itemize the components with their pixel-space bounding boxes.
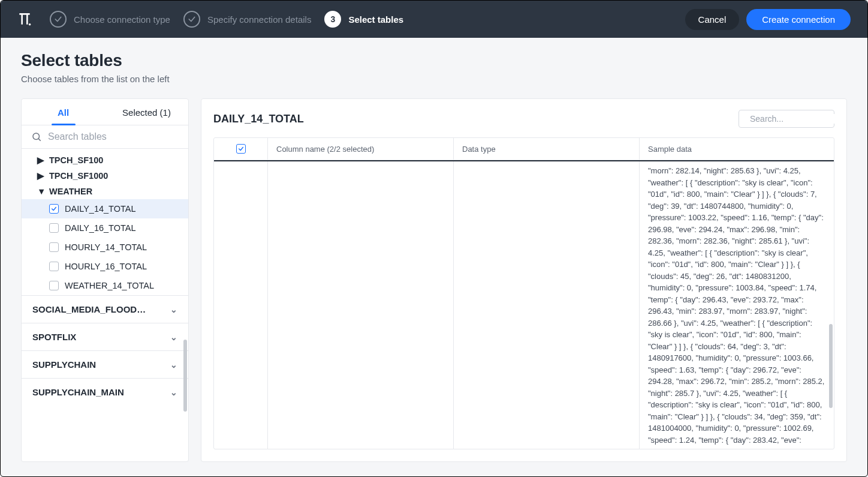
search-columns[interactable]	[739, 110, 834, 128]
step-2-label: Specify connection details	[207, 14, 311, 25]
page-heading: Select tables Choose tables from the lis…	[1, 38, 867, 90]
checkbox[interactable]	[49, 262, 59, 271]
tree-leaf-label: HOURLY_16_TOTAL	[65, 262, 147, 271]
brand-logo	[13, 7, 37, 31]
select-all-checkbox[interactable]	[236, 144, 246, 154]
page-subtitle: Choose tables from the list on the left	[21, 74, 847, 84]
chevron-down-icon: ⌄	[170, 305, 177, 314]
step-1[interactable]: Choose connection type	[50, 11, 170, 28]
svg-point-3	[29, 23, 31, 25]
row-sample: "morn": 282.14, "night": 285.63 }, "uvi"…	[648, 165, 825, 449]
tree-group-supplychain-main[interactable]: SUPPLYCHAIN_MAIN ⌄	[22, 378, 188, 406]
chevron-down-icon: ⌄	[170, 332, 177, 342]
tree-group-supplychain[interactable]: SUPPLYCHAIN ⌄	[22, 350, 188, 378]
tree-group-label-text: SOCIAL_MEDIA_FLOODGATE	[32, 304, 146, 314]
checkbox[interactable]	[49, 204, 59, 214]
tree-group-label-text: SUPPLYCHAIN	[32, 359, 96, 370]
chevron-down-icon: ⌄	[170, 360, 177, 370]
tree-leaf-label: WEATHER_14_TOTAL	[65, 281, 154, 290]
caret-right-icon: ▶	[37, 171, 43, 181]
tree-group-spotflix[interactable]: SPOTFLIX ⌄	[22, 323, 188, 350]
step-3[interactable]: 3 Select tables	[324, 11, 403, 28]
svg-line-5	[38, 139, 40, 140]
selected-table-name: DAILY_14_TOTAL	[213, 113, 304, 125]
tree-group-label-text: SUPPLYCHAIN_MAIN	[32, 387, 124, 397]
search-columns-input[interactable]	[750, 114, 847, 124]
search-icon	[31, 131, 42, 142]
checkbox[interactable]	[49, 281, 59, 290]
tree-node-label: TPCH_SF100	[49, 155, 103, 165]
step-1-label: Choose connection type	[74, 14, 170, 25]
row-col-type	[454, 161, 640, 449]
caret-right-icon: ▶	[37, 155, 43, 165]
tree-leaf-label: DAILY_16_TOTAL	[65, 223, 135, 233]
columns-panel: DAILY_14_TOTAL Column name (2/2 selected…	[201, 98, 847, 462]
tab-selected[interactable]: Selected (1)	[105, 99, 188, 125]
create-connection-button[interactable]: Create connection	[746, 9, 851, 30]
step-3-number: 3	[324, 11, 341, 28]
cancel-button[interactable]: Cancel	[685, 9, 740, 30]
tree-group-label-text: SPOTFLIX	[32, 332, 76, 342]
tree-leaf-label: HOURLY_14_TOTAL	[65, 242, 147, 252]
tree-group-social-media[interactable]: SOCIAL_MEDIA_FLOODGATE ⌄	[22, 295, 188, 323]
tables-tabs: All Selected (1)	[22, 99, 188, 125]
tree-node-tpch-sf100[interactable]: ▶ TPCH_SF100	[22, 152, 188, 168]
caret-down-icon: ▼	[37, 187, 43, 196]
tree-node-label: WEATHER	[49, 187, 92, 196]
col-sample-header: Sample data	[640, 138, 834, 160]
tree-leaf-hourly-14-total[interactable]: HOURLY_14_TOTAL	[22, 238, 188, 257]
tree-node-weather[interactable]: ▼ WEATHER	[22, 184, 188, 199]
scrollbar-thumb[interactable]	[183, 340, 187, 412]
chevron-down-icon: ⌄	[170, 388, 177, 397]
page-title: Select tables	[21, 51, 847, 70]
col-name-header: Column name (2/2 selected)	[268, 138, 454, 160]
checkbox[interactable]	[49, 223, 59, 233]
top-bar: Choose connection type Specify connectio…	[1, 1, 867, 38]
step-3-label: Select tables	[348, 14, 403, 25]
tree-leaf-daily-14-total[interactable]: DAILY_14_TOTAL	[22, 199, 188, 218]
check-icon	[183, 11, 200, 28]
row-col-name	[268, 161, 454, 449]
tab-all[interactable]: All	[22, 99, 105, 125]
tree-leaf-label: DAILY_14_TOTAL	[65, 204, 135, 214]
check-icon	[50, 11, 67, 28]
columns-table: Column name (2/2 selected) Data type Sam…	[213, 137, 834, 449]
scrollbar-thumb[interactable]	[829, 324, 833, 408]
columns-table-head: Column name (2/2 selected) Data type Sam…	[214, 138, 834, 160]
row-select[interactable]	[214, 161, 268, 449]
search-tables[interactable]	[22, 125, 188, 149]
tree-leaf-hourly-16-total[interactable]: HOURLY_16_TOTAL	[22, 257, 188, 276]
tree-node-tpch-sf1000[interactable]: ▶ TPCH_SF1000	[22, 168, 188, 184]
checkbox[interactable]	[49, 242, 59, 252]
tree-node-label: TPCH_SF1000	[49, 171, 108, 181]
tree-leaf-weather-14-total[interactable]: WEATHER_14_TOTAL	[22, 276, 188, 295]
svg-point-4	[33, 133, 40, 140]
wizard-steps: Choose connection type Specify connectio…	[50, 11, 672, 28]
tree-leaf-daily-16-total[interactable]: DAILY_16_TOTAL	[22, 218, 188, 238]
search-tables-input[interactable]	[48, 131, 179, 142]
tables-panel: All Selected (1) ▶ TPCH_SF100 ▶ TPCH_SF1…	[21, 98, 189, 462]
table-row: "morn": 282.14, "night": 285.63 }, "uvi"…	[214, 161, 834, 449]
col-type-header: Data type	[454, 138, 640, 160]
select-all-cell[interactable]	[214, 138, 268, 160]
step-2[interactable]: Specify connection details	[183, 11, 311, 28]
columns-table-body[interactable]: "morn": 282.14, "night": 285.63 }, "uvi"…	[214, 161, 834, 449]
tables-tree[interactable]: ▶ TPCH_SF100 ▶ TPCH_SF1000 ▼ WEATHER DAI…	[22, 149, 188, 461]
